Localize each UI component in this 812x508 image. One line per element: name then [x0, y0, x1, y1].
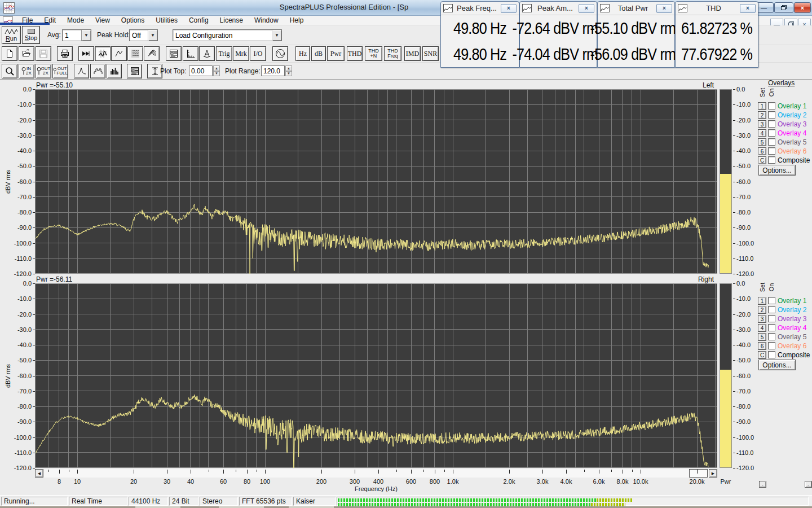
panel-scroll-button-right[interactable]: -: [805, 481, 812, 488]
overlay-on-checkbox-4[interactable]: [768, 129, 775, 137]
menu-item-utilities[interactable]: Utilities: [150, 16, 183, 25]
new-file-button[interactable]: [2, 46, 17, 61]
snr-button[interactable]: SNR: [422, 46, 439, 61]
overlay-on-checkbox-5[interactable]: [768, 333, 775, 340]
thd-plus-n-button[interactable]: THD+N: [365, 46, 382, 61]
io-button[interactable]: I/O: [250, 46, 266, 61]
panel-title-bar[interactable]: THD×: [676, 2, 758, 15]
spectrogram-view-button[interactable]: [127, 46, 143, 61]
overlay-on-checkbox-c[interactable]: [768, 351, 775, 358]
overlay-on-checkbox-6[interactable]: [768, 147, 775, 155]
x-scrollbar-thumb[interactable]: [689, 469, 708, 478]
overlay-set-button-6[interactable]: 6: [758, 147, 766, 155]
power-button[interactable]: Pwr: [327, 46, 345, 61]
spectrum-view-button[interactable]: [95, 46, 111, 61]
time-series-view-button[interactable]: [111, 46, 127, 61]
overlay-on-checkbox-3[interactable]: [768, 120, 775, 128]
scroll-right-button[interactable]: ▶: [709, 469, 717, 478]
overlay-on-checkbox-4[interactable]: [768, 324, 775, 331]
zoom-button[interactable]: [2, 64, 17, 78]
overlay-on-checkbox-c[interactable]: [768, 156, 775, 164]
overlay-on-checkbox-2[interactable]: [768, 306, 775, 313]
chevron-down-icon[interactable]: ▼: [148, 30, 157, 41]
post-process-button[interactable]: [78, 46, 94, 61]
load-configuration-select[interactable]: Load Configuration▼: [173, 29, 282, 41]
panel-close-button[interactable]: ×: [579, 4, 594, 13]
restore-button[interactable]: [774, 2, 793, 13]
scaling-button[interactable]: [183, 46, 198, 61]
save-button[interactable]: [36, 46, 51, 61]
close-button[interactable]: ×: [794, 2, 811, 13]
signal-generator-button[interactable]: [272, 46, 288, 61]
overlay-on-checkbox-1[interactable]: [768, 297, 775, 304]
bar-plot-style-button[interactable]: [107, 64, 122, 78]
overlay-set-button-6[interactable]: 6: [758, 342, 766, 350]
line-plot-style-button[interactable]: [74, 64, 89, 78]
overlays-options-button[interactable]: Options...: [758, 165, 796, 176]
x-scrollbar-track[interactable]: [43, 469, 709, 478]
stop-button[interactable]: Stop: [22, 26, 40, 44]
overlay-set-button-c[interactable]: C: [758, 156, 766, 164]
peak-hold-select[interactable]: Off▼: [129, 29, 158, 41]
imd-button[interactable]: IMD: [404, 46, 421, 61]
thd-button[interactable]: THD: [347, 46, 363, 61]
panel-close-button[interactable]: ×: [501, 4, 517, 13]
menu-item-options[interactable]: Options: [116, 16, 150, 25]
measurement-panel-peak-am-[interactable]: Peak Am...×-72.64 dBV rms-74.04 dBV rms: [519, 1, 597, 68]
overlay-on-checkbox-5[interactable]: [768, 138, 775, 146]
menu-item-config[interactable]: Config: [183, 16, 214, 25]
overlay-set-button-3[interactable]: 3: [758, 315, 766, 323]
plot-range-stepper[interactable]: ▲▼: [285, 65, 292, 76]
marker-button[interactable]: Mrk: [233, 46, 249, 61]
plot-top-input[interactable]: [189, 65, 213, 76]
overlay-on-checkbox-3[interactable]: [768, 315, 775, 322]
panel-title-bar[interactable]: Total Pwr×: [598, 2, 674, 15]
panel-close-button[interactable]: ×: [740, 4, 756, 13]
panel-scroll-button-left[interactable]: -: [759, 481, 766, 488]
chevron-down-icon[interactable]: ▼: [81, 30, 91, 41]
menu-item-license[interactable]: License: [214, 16, 249, 25]
zoom-out-full-button[interactable]: OUTFULL: [52, 64, 68, 78]
overlay-set-button-5[interactable]: 5: [758, 138, 766, 146]
overlay-set-button-3[interactable]: 3: [758, 120, 766, 128]
overlay-set-button-4[interactable]: 4: [758, 129, 766, 137]
panel-title-bar[interactable]: Peak Am...×: [520, 2, 597, 15]
overlay-on-checkbox-6[interactable]: [768, 342, 775, 349]
trigger-button[interactable]: Trig: [216, 46, 232, 61]
measurement-panel-peak-freq-[interactable]: Peak Freq...×49.80 Hz49.80 Hz: [440, 1, 519, 68]
panel-close-button[interactable]: ×: [656, 4, 672, 13]
spectrum-plot-left[interactable]: [35, 89, 717, 274]
zoom-in-2x-button[interactable]: IN2X: [19, 64, 34, 78]
overlay-on-checkbox-1[interactable]: [768, 102, 775, 110]
step-plot-style-button[interactable]: [90, 64, 105, 78]
overlay-on-checkbox-2[interactable]: [768, 111, 775, 119]
run-button[interactable]: Run: [2, 26, 21, 44]
overlay-set-button-2[interactable]: 2: [758, 306, 766, 314]
zoom-out-2x-button[interactable]: OUT2X: [36, 64, 51, 78]
calibration-button[interactable]: [199, 46, 215, 61]
frequency-units-button[interactable]: Hz: [295, 46, 310, 61]
overlay-set-button-2[interactable]: 2: [758, 111, 766, 119]
plot-top-stepper[interactable]: ▲▼: [213, 65, 220, 76]
display-settings-button[interactable]: [166, 46, 182, 61]
overlay-set-button-1[interactable]: 1: [758, 297, 766, 305]
plot-range-input[interactable]: [261, 65, 285, 76]
db-units-button[interactable]: dB: [311, 46, 326, 61]
panel-title-bar[interactable]: Peak Freq...×: [441, 2, 519, 15]
plot-options-button[interactable]: [127, 64, 142, 78]
measurement-panel-total-pwr[interactable]: Total Pwr×-55.10 dBV rms-56.09 dBV rms: [597, 1, 675, 68]
overlay-set-button-c[interactable]: C: [758, 351, 766, 359]
menu-item-window[interactable]: Window: [249, 16, 284, 25]
overlay-set-button-5[interactable]: 5: [758, 333, 766, 341]
menu-item-view[interactable]: View: [90, 16, 116, 25]
surface-view-button[interactable]: [144, 46, 160, 61]
thd-freq-button[interactable]: THDFreq: [384, 46, 401, 61]
open-file-button[interactable]: [19, 46, 34, 61]
overlay-set-button-1[interactable]: 1: [758, 102, 766, 110]
measurement-panel-thd[interactable]: THD×61.82723 %77.67922 %: [675, 1, 758, 68]
scroll-left-button[interactable]: ◀: [35, 469, 43, 478]
overlay-set-button-4[interactable]: 4: [758, 324, 766, 332]
spectrum-plot-right[interactable]: [35, 283, 717, 468]
menu-item-help[interactable]: Help: [284, 16, 310, 25]
menu-item-mode[interactable]: Mode: [61, 16, 90, 25]
